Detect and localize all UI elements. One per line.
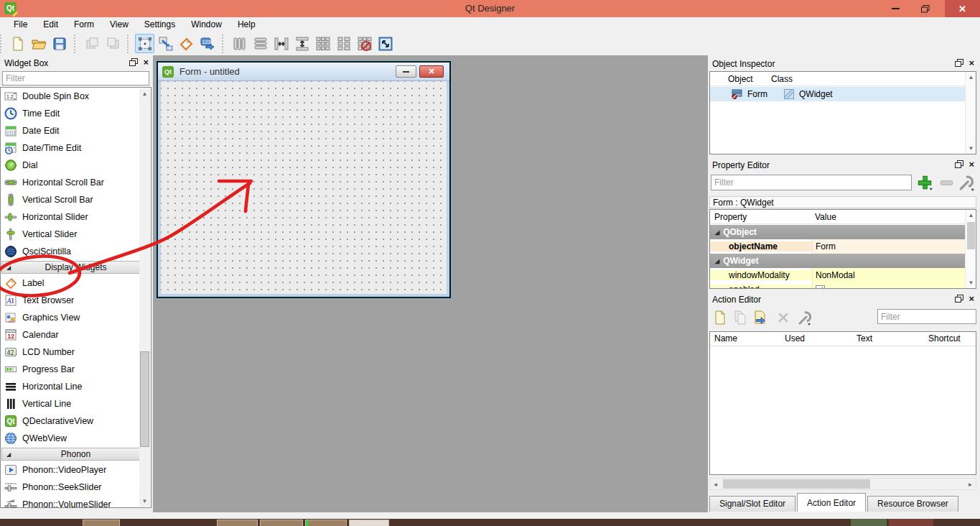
minimize-button[interactable] xyxy=(881,0,910,17)
widget-item-vertical-slider[interactable]: Vertical Slider xyxy=(1,226,151,243)
remove-property-button[interactable] xyxy=(938,174,955,191)
action-editor-hscrollbar[interactable]: ◄ ► xyxy=(709,478,976,490)
layout-vertical-button[interactable] xyxy=(251,34,270,53)
configure-property-editor-button[interactable] xyxy=(958,174,975,191)
widget-item-phonon-volumeslider[interactable]: Phonon::VolumeSlider xyxy=(1,496,151,508)
layout-horizontal-button[interactable] xyxy=(230,34,249,53)
scrollbar-thumb[interactable] xyxy=(723,479,870,489)
close-panel-icon[interactable]: × xyxy=(969,295,974,303)
taskbar-button[interactable] xyxy=(260,520,303,526)
adjust-size-button[interactable] xyxy=(375,34,395,53)
menu-help[interactable]: Help xyxy=(230,18,263,31)
paste-action-button[interactable] xyxy=(751,308,770,327)
scrollbar-thumb[interactable] xyxy=(140,351,149,447)
form-window[interactable]: Qt Form - untitled ✕ xyxy=(157,61,451,298)
widget-item-double-spin-box[interactable]: 1.2Double Spin Box xyxy=(1,88,151,105)
action-filter-input[interactable] xyxy=(877,309,976,324)
menu-file[interactable]: File xyxy=(6,18,35,31)
object-row-form[interactable]: Form QWidget xyxy=(710,87,965,101)
scroll-down-icon[interactable]: ▼ xyxy=(139,496,150,507)
property-row-objectName[interactable]: objectNameForm xyxy=(710,239,965,254)
menu-edit[interactable]: Edit xyxy=(35,18,66,31)
widget-box-scrollbar[interactable]: ▲ ▼ xyxy=(139,88,150,507)
widget-item-lcd-number[interactable]: 42.LCD Number xyxy=(1,343,151,361)
float-panel-icon[interactable] xyxy=(955,59,963,68)
edit-widgets-button[interactable] xyxy=(135,34,154,53)
widget-item-time-edit[interactable]: Time Edit xyxy=(1,105,151,122)
break-layout-button[interactable] xyxy=(355,34,374,53)
widget-item-qsciscintilla[interactable]: QsciScintilla xyxy=(1,243,151,260)
tab-signal-slot-editor[interactable]: Signal/Slot Editor xyxy=(709,496,795,512)
form-minimize-button[interactable] xyxy=(396,65,416,78)
widget-item-date-time-edit[interactable]: Date/Time Edit xyxy=(1,139,151,157)
tab-action-editor[interactable]: Action Editor xyxy=(797,493,866,512)
close-panel-icon[interactable]: × xyxy=(969,160,974,169)
save-button[interactable] xyxy=(50,34,69,53)
taskbar-button[interactable] xyxy=(305,520,347,526)
scroll-up-icon[interactable]: ▲ xyxy=(139,88,150,99)
property-row-windowModality[interactable]: windowModalityNonModal xyxy=(710,268,965,282)
widget-item-vertical-scroll-bar[interactable]: Vertical Scroll Bar xyxy=(1,191,151,208)
taskbar-button[interactable] xyxy=(83,520,120,526)
widget-item-qwebview[interactable]: QWebView xyxy=(1,430,151,447)
scrollbar-thumb[interactable] xyxy=(967,222,975,249)
property-filter-input[interactable] xyxy=(711,175,912,190)
widget-item-calendar[interactable]: 12Calendar xyxy=(1,326,151,343)
form-close-button[interactable]: ✕ xyxy=(419,65,444,78)
taskbar-button[interactable] xyxy=(217,520,258,526)
edit-buddies-button[interactable] xyxy=(177,34,196,53)
menu-settings[interactable]: Settings xyxy=(136,18,183,31)
edit-tab-order-button[interactable]: 123 xyxy=(197,34,217,53)
add-property-button[interactable] xyxy=(916,174,933,191)
widget-item-horizontal-slider[interactable]: Horizontal Slider xyxy=(1,208,151,226)
scroll-up-icon[interactable]: ▲ xyxy=(966,210,976,221)
widget-item-progress-bar[interactable]: Progress Bar xyxy=(1,361,151,378)
widget-category-phonon[interactable]: ◢Phonon xyxy=(1,448,150,461)
object-inspector-scrollbar[interactable]: ▲ ▼ xyxy=(965,72,976,154)
layout-horizontal-splitter-button[interactable] xyxy=(271,34,291,53)
float-panel-icon[interactable] xyxy=(955,160,963,169)
widget-item-graphics-view[interactable]: abcGraphics View xyxy=(1,309,151,326)
widget-item-phonon-seekslider[interactable]: Phonon::SeekSlider xyxy=(1,479,151,496)
widget-item-phonon-videoplayer[interactable]: Phonon::VideoPlayer xyxy=(1,461,151,479)
property-value-cell[interactable] xyxy=(812,282,965,289)
restore-button[interactable] xyxy=(911,0,940,17)
widget-item-date-edit[interactable]: Date Edit xyxy=(1,122,151,139)
menu-form[interactable]: Form xyxy=(66,18,102,31)
delete-action-button[interactable] xyxy=(774,308,793,327)
float-panel-icon[interactable] xyxy=(129,58,138,67)
clone-back-button[interactable] xyxy=(82,34,101,53)
property-value-cell[interactable]: Form xyxy=(812,239,965,254)
scroll-down-icon[interactable]: ▼ xyxy=(966,143,976,154)
layout-vertical-splitter-button[interactable] xyxy=(292,34,312,53)
property-row-enabled[interactable]: enabled xyxy=(710,282,965,289)
scroll-up-icon[interactable]: ▲ xyxy=(966,72,976,83)
scroll-down-icon[interactable]: ▼ xyxy=(966,277,976,288)
float-panel-icon[interactable] xyxy=(955,295,963,303)
property-category-qobject[interactable]: ◢QObject xyxy=(710,225,965,239)
tab-resource-browser[interactable]: Resource Browser xyxy=(867,496,958,512)
close-panel-icon[interactable]: × xyxy=(143,58,149,67)
form-canvas[interactable] xyxy=(161,81,447,294)
widget-item-horizontal-scroll-bar[interactable]: Horizontal Scroll Bar xyxy=(1,174,151,191)
menu-window[interactable]: Window xyxy=(183,18,230,31)
clone-front-button[interactable] xyxy=(103,34,122,53)
layout-grid-button[interactable] xyxy=(313,34,332,53)
close-panel-icon[interactable]: × xyxy=(969,59,974,68)
property-category-qwidget[interactable]: ◢QWidget xyxy=(710,254,965,268)
widget-box-filter-input[interactable] xyxy=(2,71,149,86)
copy-action-button[interactable] xyxy=(731,308,750,327)
property-value-cell[interactable]: NonModal xyxy=(812,268,965,282)
widget-item-label[interactable]: Label xyxy=(1,274,151,292)
open-folder-button[interactable] xyxy=(29,34,48,53)
widget-item-qdeclarativeview[interactable]: QtQDeclarativeView xyxy=(1,412,151,430)
layout-form-button[interactable] xyxy=(334,34,353,53)
checkbox-checked-icon[interactable] xyxy=(816,285,825,290)
widget-item-vertical-line[interactable]: Vertical Line xyxy=(1,395,151,412)
taskbar-button[interactable] xyxy=(349,520,389,526)
new-action-button[interactable] xyxy=(711,308,729,327)
widget-item-dial[interactable]: Dial xyxy=(1,157,151,174)
widget-category-display-widgets[interactable]: ◢Display Widgets xyxy=(1,261,150,274)
close-button[interactable]: ✕ xyxy=(945,0,980,17)
property-editor-scrollbar[interactable]: ▲ ▼ xyxy=(965,210,976,288)
